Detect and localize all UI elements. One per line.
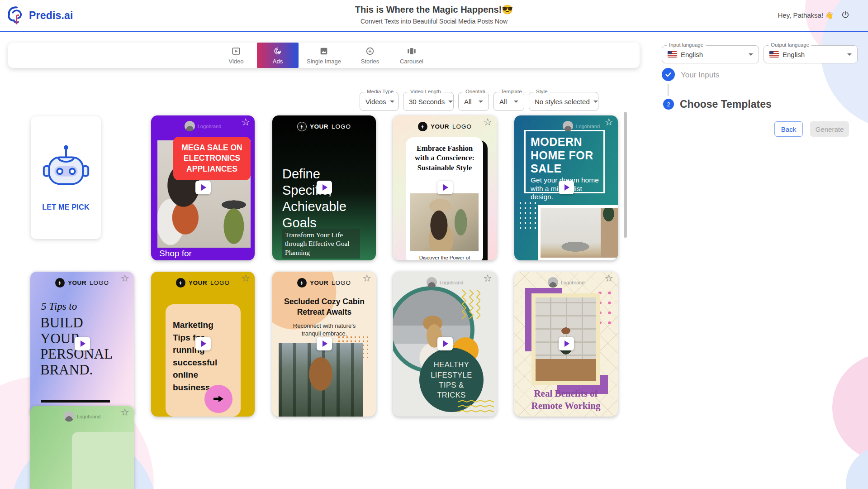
stepper-connector: [668, 84, 669, 96]
template-title: Real Benefits of Remote Working: [521, 388, 611, 412]
favorite-star-icon[interactable]: ☆: [604, 273, 613, 283]
favorite-star-icon[interactable]: ☆: [483, 117, 492, 127]
step1-label: Your Inputs: [681, 71, 719, 80]
filter-value: Videos: [365, 98, 386, 105]
chevron-down-icon: [749, 53, 753, 56]
play-button[interactable]: [317, 181, 332, 194]
logobrand-row: Logobrand: [514, 121, 618, 131]
play-button[interactable]: [559, 337, 574, 350]
template-card-partial[interactable]: Logobrand ☆: [30, 406, 134, 489]
video-icon: [231, 46, 241, 56]
step2-label: Choose Templates: [680, 98, 772, 110]
template-card-fashion[interactable]: YOUR LOGO ☆ Embrace Fashion with a Consc…: [393, 115, 497, 260]
play-icon: [443, 184, 448, 191]
step2-badge: 2: [663, 99, 674, 110]
template-subtitle: Transform Your Life through Effective Go…: [282, 229, 360, 259]
robot-icon: [39, 140, 93, 193]
favorite-star-icon[interactable]: ☆: [120, 273, 129, 283]
template-card-healthy[interactable]: Logobrand ☆ HEALTHY LIFESTYLE TIPS & TRI…: [393, 272, 497, 417]
template-card-personal-brand[interactable]: YOUR LOGO ☆ 5 Tips to BUILD YOUR PERSONA…: [30, 272, 134, 417]
tab-single-image[interactable]: Single Image: [299, 43, 349, 68]
input-language-value: English: [681, 51, 703, 58]
ads-click-icon: [273, 46, 283, 56]
play-button[interactable]: [437, 181, 453, 194]
bolt-logo-icon: [297, 122, 307, 131]
filter-value: All: [464, 98, 472, 105]
style-select[interactable]: Style No styles selected: [529, 92, 598, 111]
your-logo-light: LOGO: [90, 279, 109, 286]
media-type-select[interactable]: Media Type Videos: [360, 92, 398, 111]
favorite-star-icon[interactable]: ☆: [483, 273, 492, 283]
play-button[interactable]: [437, 337, 453, 350]
your-logo-light: LOGO: [452, 123, 472, 130]
zigzag-decoration: [457, 399, 495, 415]
template-card-marketing[interactable]: YOUR LOGO ☆ Marketing Tips for running s…: [151, 272, 255, 417]
template-card-remote[interactable]: Logobrand ☆ Real Benefits of Remote Work…: [514, 272, 618, 417]
bolt-logo-icon: [176, 278, 185, 288]
grid-scrollbar[interactable]: [624, 112, 627, 238]
play-icon: [201, 340, 206, 347]
template-title: MODERN HOME FOR SALE: [531, 135, 599, 176]
us-flag-icon: [769, 51, 779, 58]
dots-pattern: [518, 201, 536, 229]
template-card-modern-home[interactable]: Logobrand ☆ MODERN HOME FOR SALE Get you…: [514, 115, 618, 260]
filter-label: Orientati...: [463, 89, 492, 94]
logobrand-avatar: [64, 411, 74, 422]
tab-video[interactable]: Video: [215, 43, 257, 68]
logobrand-avatar: [548, 277, 558, 288]
logobrand-row: Logobrand: [151, 121, 255, 131]
play-icon: [443, 340, 448, 347]
play-button[interactable]: [195, 337, 211, 350]
bolt-logo-icon: [297, 278, 307, 288]
logobrand-label: Logobrand: [576, 124, 600, 129]
let-me-pick-card[interactable]: LET ME PICK: [31, 116, 101, 239]
input-language-select[interactable]: Input language English: [662, 45, 759, 63]
favorite-star-icon[interactable]: ☆: [241, 273, 250, 283]
template-intro: 5 Tips to: [41, 301, 77, 312]
back-button[interactable]: Back: [774, 121, 803, 137]
template-card-goals[interactable]: YOUR LOGO Define Specific, Achievable Go…: [272, 115, 376, 260]
template-title: HEALTHY LIFESTYLE TIPS & TRICKS: [427, 360, 476, 400]
template-title: MEGA SALE ON ELECTRONICS APPLIANCES: [176, 143, 248, 175]
logobrand-row: Logobrand: [30, 411, 134, 422]
output-language-select[interactable]: Output language English: [764, 45, 858, 63]
tab-stories[interactable]: Stories: [349, 43, 391, 68]
filter-value: 30 Seconds: [409, 98, 445, 105]
your-logo-light: LOGO: [332, 279, 351, 286]
logobrand-row: Logobrand: [393, 277, 497, 288]
orientation-select[interactable]: Orientati... All: [458, 92, 489, 111]
favorite-star-icon[interactable]: ☆: [241, 117, 250, 127]
tab-label: Carousel: [400, 58, 423, 65]
tab-label: Ads: [273, 58, 283, 65]
headline-panel: MEGA SALE ON ELECTRONICS APPLIANCES: [173, 137, 251, 180]
logout-power-icon[interactable]: [841, 10, 850, 21]
tab-ads[interactable]: Ads: [257, 43, 299, 68]
favorite-star-icon[interactable]: ☆: [120, 408, 129, 417]
favorite-star-icon[interactable]: ☆: [604, 117, 613, 127]
play-button[interactable]: [195, 181, 211, 194]
template-title: Embrace Fashion with a Conscience: Susta…: [409, 144, 480, 173]
template-card-cabin[interactable]: YOUR LOGO ☆ Secluded Cozy Cabin Retreat …: [272, 272, 376, 417]
tab-label: Single Image: [307, 58, 341, 65]
template-card-mega-sale[interactable]: Logobrand ☆ MEGA SALE ON ELECTRONICS APP…: [151, 115, 255, 260]
generate-button[interactable]: Generate: [810, 121, 849, 137]
your-logo-light: LOGO: [332, 123, 351, 130]
template-type-select[interactable]: Template... All: [493, 92, 524, 111]
your-logo-row: YOUR LOGO: [272, 278, 376, 288]
tab-carousel[interactable]: Carousel: [391, 43, 432, 68]
play-button[interactable]: [317, 337, 332, 350]
chevron-down-icon: [390, 101, 394, 103]
us-flag-icon: [668, 51, 677, 58]
page-title: This is Where the Magic Happens!😎: [0, 4, 868, 15]
page: Predis.ai This is Where the Magic Happen…: [0, 0, 868, 489]
your-logo-row: YOUR LOGO: [151, 278, 255, 288]
filter-value: All: [499, 98, 507, 105]
play-button[interactable]: [75, 337, 90, 350]
favorite-star-icon[interactable]: ☆: [362, 273, 371, 283]
video-length-select[interactable]: Video Length 30 Seconds: [403, 92, 454, 111]
decorative-blob: [832, 353, 868, 462]
post-type-tabbar: Video Ads Single Image Stories: [8, 43, 640, 68]
template-title: Secluded Cozy Cabin Retreat Awaits: [283, 297, 365, 317]
your-logo-bold: YOUR: [68, 279, 86, 286]
play-button[interactable]: [559, 181, 574, 194]
